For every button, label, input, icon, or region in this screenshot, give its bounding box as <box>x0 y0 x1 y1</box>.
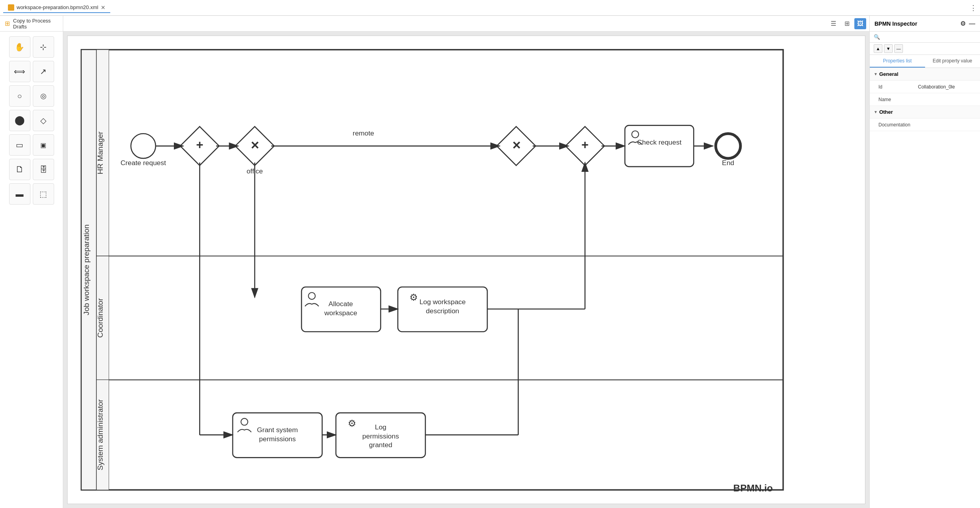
tool-row-1: ✋ ⊹ <box>3 36 60 58</box>
svg-text:⚙: ⚙ <box>348 418 356 429</box>
property-id-value: Collaboration_0le <box>918 84 976 90</box>
connect-tool[interactable]: ⟺ <box>9 61 30 82</box>
end-event[interactable] <box>716 134 741 158</box>
other-section-header[interactable]: ▼ Other <box>870 106 980 119</box>
allocate-workspace-label2: workspace <box>324 309 357 317</box>
pool-label: Job workspace preparation <box>82 224 90 315</box>
system-admin-label: System administrator <box>96 399 104 470</box>
canvas-toolbar: ☰ ⊞ 🖼 <box>63 16 869 32</box>
search-icon: 🔍 <box>874 34 880 40</box>
svg-text:+: + <box>581 138 588 152</box>
general-section-label: General <box>879 71 898 77</box>
task-tool[interactable]: ▭ <box>9 134 30 156</box>
list-view-button[interactable]: ☰ <box>827 18 839 29</box>
tool-row-4: ⬤ ◇ <box>3 110 60 131</box>
inspector-close-button[interactable]: — <box>969 20 975 27</box>
other-chevron-icon: ▼ <box>874 110 878 114</box>
property-id-row: Id Collaboration_0le <box>870 81 980 93</box>
property-name-label: Name <box>878 97 918 102</box>
check-request-label: Check request <box>637 138 681 146</box>
top-bar: workspace-preparation.bpmn20.xml ✕ ⋮ <box>0 0 980 16</box>
bpmn-io-watermark: BPMN.io <box>733 483 773 493</box>
file-tab[interactable]: workspace-preparation.bpmn20.xml ✕ <box>3 3 110 13</box>
data-object-tool[interactable]: 🗋 <box>9 159 30 180</box>
general-section-header[interactable]: ▼ General <box>870 68 980 81</box>
group-tool[interactable]: ⬚ <box>33 183 54 205</box>
allocate-workspace-label: Allocate <box>328 300 353 308</box>
subprocess-tool[interactable]: ▣ <box>33 134 54 156</box>
intermediate-event-tool[interactable]: ◎ <box>33 85 54 107</box>
log-permissions-label2: permissions <box>362 432 399 440</box>
copy-icon: ⊞ <box>5 20 10 27</box>
remote-label: remote <box>353 129 374 137</box>
main-layout: ⊞ Copy to Process Drafts ✋ ⊹ ⟺ ↗ ○ ◎ ⬤ ◇… <box>0 16 980 508</box>
inspector-minus-button[interactable]: — <box>894 44 903 53</box>
svg-text:+: + <box>196 138 203 152</box>
inspector-title: BPMN Inspector <box>874 21 917 27</box>
log-workspace-label2: description <box>426 307 459 315</box>
tab-filename: workspace-preparation.bpmn20.xml <box>17 4 98 10</box>
tool-row-2: ⟺ ↗ <box>3 61 60 82</box>
pool-tool[interactable]: ▬ <box>9 183 30 205</box>
start-event-tool[interactable]: ○ <box>9 85 30 107</box>
more-options-button[interactable]: ⋮ <box>970 4 977 12</box>
outline-view-button[interactable]: ⊞ <box>841 18 853 29</box>
bpmn-file-icon <box>8 4 14 11</box>
copy-label: Copy to Process Drafts <box>13 18 58 30</box>
data-store-tool[interactable]: 🗄 <box>33 159 54 180</box>
toolbar-header: ⊞ Copy to Process Drafts <box>0 16 63 32</box>
tool-palette: ✋ ⊹ ⟺ ↗ ○ ◎ ⬤ ◇ ▭ ▣ 🗋 🗄 <box>0 32 63 209</box>
svg-text:⚙: ⚙ <box>409 292 418 303</box>
svg-rect-3 <box>81 50 783 490</box>
select-tool[interactable]: ⊹ <box>33 36 54 58</box>
inspector-nav: ▲ ▼ — <box>870 43 980 55</box>
create-request-label: Create request <box>121 159 166 167</box>
property-documentation-row: Documentation <box>870 119 980 131</box>
property-id-label: Id <box>878 84 918 90</box>
tab-properties-list[interactable]: Properties list <box>870 55 925 68</box>
property-name-row: Name <box>870 93 980 106</box>
gateway-tool[interactable]: ◇ <box>33 110 54 131</box>
inspector-settings-button[interactable]: ⚙ <box>960 20 966 27</box>
diagram-view-button[interactable]: 🖼 <box>854 18 866 29</box>
inspector-search-input[interactable] <box>882 34 976 40</box>
general-chevron-icon: ▼ <box>874 72 878 76</box>
svg-text:✕: ✕ <box>250 139 259 152</box>
tab-edit-property[interactable]: Edit property value <box>925 55 980 68</box>
svg-text:✕: ✕ <box>512 139 521 152</box>
end-label: End <box>722 159 734 167</box>
inspector-up-button[interactable]: ▲ <box>874 44 882 53</box>
hand-tool[interactable]: ✋ <box>9 36 30 58</box>
property-documentation-label: Documentation <box>878 122 918 128</box>
log-workspace-label: Log workspace <box>419 298 466 306</box>
bpmn-canvas[interactable]: Job workspace preparation HR Manager Coo… <box>67 36 865 504</box>
end-event-tool[interactable]: ⬤ <box>9 110 30 131</box>
other-section-label: Other <box>879 109 893 115</box>
tool-row-5: ▭ ▣ <box>3 134 60 156</box>
hr-manager-label: HR Manager <box>96 131 104 174</box>
log-permissions-label3: granted <box>369 441 392 449</box>
inspector-search-bar: 🔍 <box>870 32 980 43</box>
inspector-tabs: Properties list Edit property value <box>870 55 980 68</box>
inspector-header: BPMN Inspector ⚙ — <box>870 16 980 32</box>
bpmn-diagram: Job workspace preparation HR Manager Coo… <box>68 36 865 504</box>
tool-row-6: 🗋 🗄 <box>3 159 60 180</box>
arrow-tool[interactable]: ↗ <box>33 61 54 82</box>
coordinator-label: Coordinator <box>96 298 104 338</box>
tool-row-7: ▬ ⬚ <box>3 183 60 205</box>
canvas-area: ☰ ⊞ 🖼 <box>63 16 869 508</box>
inspector-body: ▼ General Id Collaboration_0le Name ▼ Ot… <box>870 68 980 508</box>
log-permissions-label: Log <box>375 423 386 431</box>
tab-close-button[interactable]: ✕ <box>101 4 106 11</box>
inspector-down-button[interactable]: ▼ <box>884 44 893 53</box>
grant-permissions-label: Grant system <box>257 426 298 434</box>
inspector-panel: BPMN Inspector ⚙ — 🔍 ▲ ▼ — Properties li… <box>869 16 980 508</box>
grant-permissions-label2: permissions <box>259 435 296 443</box>
inspector-header-icons: ⚙ — <box>960 20 975 27</box>
tool-row-3: ○ ◎ <box>3 85 60 107</box>
start-event[interactable] <box>131 134 156 158</box>
